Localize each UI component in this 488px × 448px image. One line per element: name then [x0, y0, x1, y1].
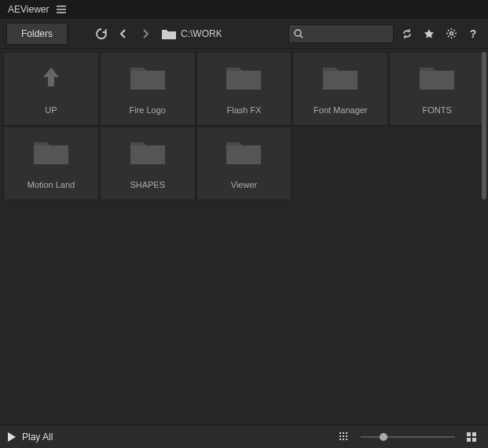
- svg-rect-7: [343, 435, 344, 437]
- grid-large-icon[interactable]: [463, 428, 480, 446]
- svg-text:?: ?: [470, 28, 477, 39]
- back-icon[interactable]: [115, 25, 132, 42]
- tile-label: UP: [45, 105, 57, 115]
- tile-label: SHAPES: [130, 180, 165, 189]
- svg-rect-15: [472, 438, 476, 442]
- play-icon: [8, 432, 16, 442]
- app-title: AEViewer: [8, 4, 49, 15]
- forward-icon[interactable]: [137, 25, 154, 42]
- folder-icon: [225, 138, 262, 166]
- folders-button[interactable]: Folders: [6, 23, 68, 45]
- tile-label: Flash FX: [226, 105, 261, 115]
- svg-rect-14: [467, 438, 471, 442]
- tile-label: Viewer: [231, 180, 257, 189]
- svg-rect-8: [346, 435, 347, 437]
- folder-icon: [32, 138, 70, 166]
- folder-tile[interactable]: Flash FX: [196, 52, 292, 126]
- tile-label: Motion Land: [28, 180, 75, 189]
- folder-icon: [225, 63, 262, 91]
- sync-icon[interactable]: [398, 25, 416, 42]
- svg-rect-12: [467, 432, 471, 436]
- svg-rect-4: [343, 432, 344, 434]
- folder-tile[interactable]: FONTS: [389, 52, 485, 126]
- help-icon[interactable]: ?: [464, 25, 482, 42]
- svg-point-1: [449, 32, 453, 35]
- content-area: UPFire LogoFlash FXFont ManagerFONTSMoti…: [0, 49, 488, 424]
- folder-icon: [129, 138, 167, 166]
- search-input[interactable]: [306, 29, 388, 39]
- play-all-button[interactable]: Play All: [8, 431, 53, 442]
- path-text: C:\WORK: [181, 28, 222, 39]
- folder-icon: [418, 63, 456, 91]
- folder-tile[interactable]: Font Manager: [292, 52, 388, 126]
- zoom-slider[interactable]: [361, 436, 455, 438]
- tile-label: Font Manager: [314, 105, 367, 115]
- refresh-icon[interactable]: [93, 25, 110, 42]
- path-bar[interactable]: C:\WORK: [162, 28, 222, 39]
- folder-icon: [129, 63, 167, 91]
- svg-rect-5: [346, 432, 347, 434]
- svg-rect-10: [343, 439, 344, 440]
- play-all-label: Play All: [22, 431, 53, 442]
- search-icon: [294, 29, 303, 39]
- scrollbar[interactable]: [482, 52, 486, 200]
- svg-rect-9: [339, 439, 341, 440]
- footer: Play All: [0, 424, 488, 448]
- menu-icon[interactable]: [57, 6, 66, 13]
- folder-icon: [321, 63, 359, 91]
- search-box[interactable]: [288, 24, 394, 43]
- svg-rect-6: [339, 435, 341, 437]
- svg-rect-3: [339, 432, 341, 434]
- star-icon[interactable]: [420, 25, 438, 42]
- folder-tile[interactable]: Fire Logo: [100, 52, 196, 126]
- grid-small-icon[interactable]: [336, 428, 353, 446]
- titlebar: AEViewer: [0, 0, 488, 19]
- settings-icon[interactable]: [442, 25, 460, 42]
- up-tile[interactable]: UP: [3, 52, 99, 126]
- toolbar: Folders C:\WORK ?: [0, 19, 488, 49]
- tile-label: Fire Logo: [129, 105, 165, 115]
- svg-rect-13: [472, 432, 476, 436]
- folder-tile[interactable]: SHAPES: [100, 127, 196, 200]
- tile-label: FONTS: [422, 105, 451, 115]
- zoom-slider-thumb[interactable]: [380, 433, 387, 441]
- folder-grid: UPFire LogoFlash FXFont ManagerFONTSMoti…: [3, 52, 485, 200]
- folder-tile[interactable]: Viewer: [196, 127, 292, 200]
- svg-point-0: [295, 30, 301, 36]
- svg-rect-11: [346, 439, 347, 440]
- up-arrow-icon: [32, 63, 70, 91]
- folder-icon: [162, 28, 176, 39]
- folder-tile[interactable]: Motion Land: [3, 127, 99, 200]
